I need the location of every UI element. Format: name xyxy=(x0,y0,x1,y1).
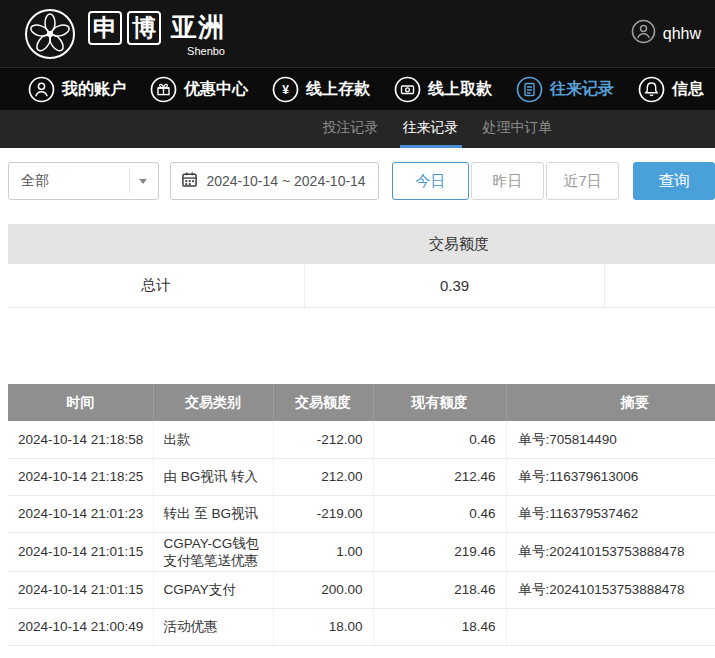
account-icon xyxy=(28,76,55,103)
cell-note: 单号:116379613006 xyxy=(506,458,715,495)
tab-processing-orders[interactable]: 处理中订单 xyxy=(480,110,556,148)
search-button[interactable]: 查询 xyxy=(633,162,715,200)
summary-title: 交易额度 xyxy=(8,224,715,264)
cell-note xyxy=(506,608,715,645)
main-nav: 我的账户 优惠中心 ¥ 线上存款 线 xyxy=(0,67,715,110)
yesterday-button[interactable]: 昨日 xyxy=(471,162,544,200)
gift-icon xyxy=(150,76,177,103)
nav-label: 信息 xyxy=(672,79,704,100)
table-row: 2024-10-14 21:18:25 由 BG视讯 转入 212.00 212… xyxy=(8,458,715,495)
cell-note: 单号:202410153753888478 xyxy=(506,571,715,608)
username: qhhw xyxy=(663,25,701,43)
cell-amount: 212.00 xyxy=(273,458,373,495)
cell-note: 单号:705814490 xyxy=(506,421,715,458)
cell-type: 活动优惠 xyxy=(153,608,273,645)
type-filter-dropdown[interactable]: 全部 xyxy=(8,162,159,200)
type-filter-value: 全部 xyxy=(21,172,49,190)
nav-item-messages[interactable]: 信息 xyxy=(638,76,704,103)
cell-balance: 219.46 xyxy=(373,532,506,571)
brand-logo[interactable]: 申 博 亚洲 Shenbo xyxy=(24,8,225,60)
table-header-row: 时间 交易类别 交易额度 现有额度 摘要 xyxy=(8,384,715,421)
nav-item-withdraw[interactable]: 线上取款 xyxy=(394,76,492,103)
cell-time: 2024-10-14 21:01:15 xyxy=(8,532,153,571)
summary-total-label: 总计 xyxy=(8,264,305,307)
chevron-down-icon xyxy=(139,179,147,184)
nav-label: 往来记录 xyxy=(550,79,614,100)
col-header-note: 摘要 xyxy=(506,384,715,421)
cell-balance: 218.46 xyxy=(373,571,506,608)
nav-item-promotions[interactable]: 优惠中心 xyxy=(150,76,248,103)
cell-amount: -219.00 xyxy=(273,495,373,532)
cell-note: 单号:202410153753888478 xyxy=(506,532,715,571)
cell-time: 2024-10-14 21:01:15 xyxy=(8,571,153,608)
nav-label: 线上取款 xyxy=(428,79,492,100)
filter-bar: 全部 2024-10-14 ~ 2024-10-14 今日 昨日 近7日 查询 xyxy=(8,162,715,200)
nav-label: 我的账户 xyxy=(62,79,126,100)
today-button[interactable]: 今日 xyxy=(392,162,469,200)
tab-transaction-records[interactable]: 往来记录 xyxy=(400,110,462,148)
cell-balance: 0.46 xyxy=(373,421,506,458)
last7days-button[interactable]: 近7日 xyxy=(546,162,619,200)
cell-time: 2024-10-14 21:01:23 xyxy=(8,495,153,532)
cell-balance: 18.46 xyxy=(373,608,506,645)
logo-text: 申 博 亚洲 Shenbo xyxy=(88,10,225,57)
logo-latin: Shenbo xyxy=(88,46,225,57)
cell-amount: 1.00 xyxy=(273,532,373,571)
col-header-amount: 交易额度 xyxy=(273,384,373,421)
nav-label: 优惠中心 xyxy=(184,79,248,100)
cell-balance: 212.46 xyxy=(373,458,506,495)
summary-total-value: 0.39 xyxy=(305,264,605,307)
cell-time: 2024-10-14 21:18:58 xyxy=(8,421,153,458)
logo-region: 亚洲 xyxy=(171,10,225,45)
top-header: 申 博 亚洲 Shenbo qhhw xyxy=(0,0,715,67)
logo-char-bo: 博 xyxy=(127,11,161,45)
cell-note: 单号:116379537462 xyxy=(506,495,715,532)
nav-label: 线上存款 xyxy=(306,79,370,100)
user-menu[interactable]: qhhw xyxy=(631,19,701,48)
summary-total-row: 总计 0.39 xyxy=(8,264,715,308)
records-icon xyxy=(516,76,543,103)
table-row: 2024-10-14 21:18:58 出款 -212.00 0.46 单号:7… xyxy=(8,421,715,458)
transactions-table: 时间 交易类别 交易额度 现有额度 摘要 2024-10-14 21:18:58… xyxy=(8,384,715,646)
nav-item-deposit[interactable]: ¥ 线上存款 xyxy=(272,76,370,103)
withdraw-icon xyxy=(394,76,421,103)
date-range-value: 2024-10-14 ~ 2024-10-14 xyxy=(206,173,365,189)
summary-table: 交易额度 总计 0.39 xyxy=(8,224,715,308)
table-row: 2024-10-14 21:01:15 CGPAY-CG钱包支付笔笔送优惠 1.… xyxy=(8,532,715,571)
logo-char-shen: 申 xyxy=(88,11,122,45)
sub-nav: 投注记录 往来记录 处理中订单 xyxy=(0,110,715,148)
lotus-logo-icon xyxy=(24,8,76,60)
user-avatar-icon xyxy=(631,19,656,48)
cell-type: 转出 至 BG视讯 xyxy=(153,495,273,532)
svg-text:¥: ¥ xyxy=(282,83,289,97)
cell-type: 由 BG视讯 转入 xyxy=(153,458,273,495)
table-row: 2024-10-14 21:00:49 活动优惠 18.00 18.46 xyxy=(8,608,715,645)
cell-amount: 18.00 xyxy=(273,608,373,645)
deposit-icon: ¥ xyxy=(272,76,299,103)
table-row: 2024-10-14 21:01:23 转出 至 BG视讯 -219.00 0.… xyxy=(8,495,715,532)
cell-amount: 200.00 xyxy=(273,571,373,608)
cell-type: CGPAY支付 xyxy=(153,571,273,608)
calendar-icon xyxy=(181,171,198,191)
cell-amount: -212.00 xyxy=(273,421,373,458)
col-header-time: 时间 xyxy=(8,384,153,421)
col-header-type: 交易类别 xyxy=(153,384,273,421)
cell-balance: 0.46 xyxy=(373,495,506,532)
cell-time: 2024-10-14 21:18:25 xyxy=(8,458,153,495)
dropdown-divider xyxy=(129,169,130,193)
nav-item-my-account[interactable]: 我的账户 xyxy=(28,76,126,103)
tab-bet-records[interactable]: 投注记录 xyxy=(320,110,382,148)
cell-type: 出款 xyxy=(153,421,273,458)
cell-time: 2024-10-14 21:00:49 xyxy=(8,608,153,645)
table-row: 2024-10-14 21:01:15 CGPAY支付 200.00 218.4… xyxy=(8,571,715,608)
bell-icon xyxy=(638,76,665,103)
cell-type: CGPAY-CG钱包支付笔笔送优惠 xyxy=(153,532,273,571)
summary-empty-cell xyxy=(605,264,715,307)
nav-item-records[interactable]: 往来记录 xyxy=(516,76,614,103)
date-range-input[interactable]: 2024-10-14 ~ 2024-10-14 xyxy=(170,162,379,200)
col-header-balance: 现有额度 xyxy=(373,384,506,421)
